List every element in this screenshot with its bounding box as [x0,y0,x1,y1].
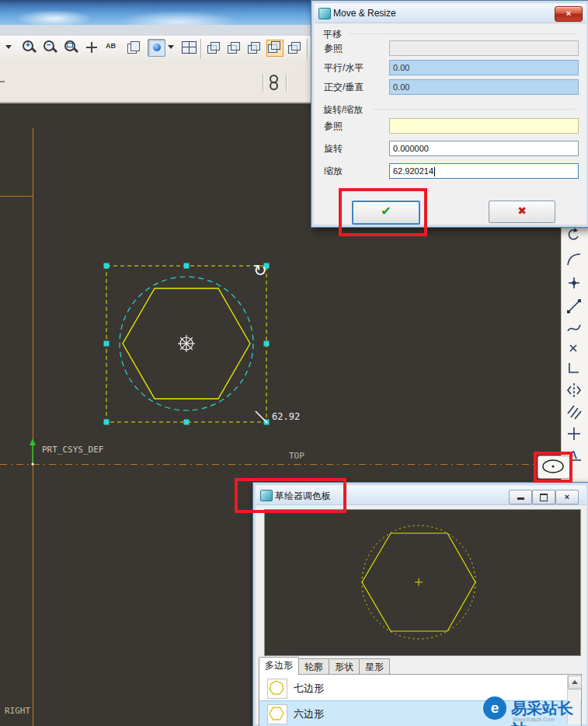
vertical-input[interactable]: 0.00 [389,79,579,95]
secondary-toolbar [0,64,311,103]
dropdown-caret-icon[interactable] [168,45,174,49]
layers-icon[interactable] [127,41,140,54]
dialog-app-icon [318,8,331,19]
right-datum-label: RIGHT [5,706,30,716]
main-toolbar: + − AB [0,36,311,65]
ellipse-tool-button[interactable] [538,455,570,479]
palette-app-icon [260,490,273,501]
app-root: PRT_CSYS_DEF TOP RIGHT 62.92 ↻ [0,0,588,726]
center-anchor-icon [178,335,195,352]
ref-label: 参照 [324,42,343,55]
close-icon: × [565,492,569,501]
check-icon: ✔ [381,204,391,218]
horizontal-label: 平行/水平 [324,61,364,75]
line-icon[interactable] [565,297,585,317]
shape-preview [264,509,581,656]
ref2-input[interactable] [389,118,579,134]
ref2-label: 参照 [324,120,343,133]
desktop-wallpaper [0,0,311,25]
cube-exploded-icon[interactable] [287,41,301,54]
x-icon: ✖ [517,204,527,217]
maximize-button[interactable] [532,490,555,504]
rotate-resize-icon[interactable] [565,227,585,247]
zoom-out-icon[interactable]: − [43,40,58,55]
cube-no-hidden-icon[interactable] [247,41,261,54]
top-datum-line [0,464,588,465]
tab-shape[interactable]: 形状 [329,658,360,675]
rotate-scale-group-label: 旋转/缩放 [323,103,363,117]
maximize-icon [540,494,548,501]
scroll-up-icon [572,680,578,684]
palette-close-button[interactable]: × [555,490,579,504]
plus-icon[interactable] [565,424,585,445]
section-outline-horizontal [0,196,33,197]
preview-center-cross [415,578,423,586]
ok-button[interactable]: ✔ [352,201,420,225]
rotate-handle-icon: ↻ [253,261,267,279]
svg-text:A: A [569,449,578,461]
zoom-in-icon[interactable]: + [22,40,37,55]
corner-icon[interactable] [565,359,585,379]
sketcher-palette-dialog: 草绘器调色板 × 多边形 轮廓 形状 星形 [252,482,588,726]
cube-hidden-line-icon[interactable] [227,41,241,54]
cube-shaded-icon[interactable] [266,40,284,57]
ref-input[interactable] [389,40,579,56]
shaded-display-toggle[interactable] [148,39,165,57]
translate-group-label: 平移 [323,28,342,41]
dropdown-caret-icon[interactable] [5,45,12,49]
scale-handle-icon [256,411,267,423]
point-icon[interactable] [565,274,585,294]
spline-points-icon[interactable] [270,75,277,89]
tab-star[interactable]: 星形 [359,658,390,675]
text-caret [434,167,435,176]
watermark-sub: Www.Easck.Com [513,717,555,722]
dialog-title: Move & Resize [333,8,396,19]
named-views-icon[interactable] [182,41,197,54]
vertical-label: 正交/垂直 [324,81,364,94]
close-icon: × [566,9,571,18]
tab-profile[interactable]: 轮廓 [298,658,329,675]
move-resize-titlebar[interactable]: Move & Resize × [315,4,586,23]
horizontal-input[interactable]: 0.00 [389,60,579,75]
rotate-label: 旋转 [324,142,343,155]
close-button[interactable]: × [555,6,583,22]
mirror-icon[interactable] [565,381,585,401]
scroll-up-button[interactable] [568,675,582,689]
watermark-badge: e [483,696,506,720]
palette-titlebar[interactable]: 草绘器调色板 × [256,486,586,505]
hatch-icon[interactable] [565,403,585,423]
move-resize-dialog: Move & Resize × 平移 参照 平行/水平 0.00 正交/垂直 0… [311,0,588,228]
heptagon-thumb [267,679,287,699]
scale-input[interactable]: 62.920214 [389,163,579,179]
selected-hexagon-sketch[interactable]: ↻ [93,253,287,435]
blue-dot-icon [153,44,161,51]
arc-icon[interactable] [565,250,585,271]
annotate-ab-icon[interactable]: AB [106,42,116,50]
refit-icon[interactable] [85,41,98,54]
zoom-window-icon[interactable] [64,40,79,55]
section-outline-vertical [33,128,33,726]
csys-label: PRT_CSYS_DEF [42,445,103,455]
palette-title: 草绘器调色板 [275,490,331,503]
spline-icon[interactable] [565,319,585,339]
rotate-input[interactable]: 0.000000 [389,141,579,156]
tab-polygon[interactable]: 多边形 [259,657,299,675]
delete-segment-icon[interactable] [565,340,585,360]
minimize-button[interactable] [509,490,532,504]
scale-label: 缩放 [324,165,343,178]
ellipse-icon [538,456,568,476]
top-datum-label: TOP [289,451,304,461]
hexagon-thumb [267,704,287,724]
cancel-button[interactable]: ✖ [489,201,555,223]
minimize-icon [517,497,524,500]
window-chrome-strip [0,25,311,37]
cube-wireframe-icon[interactable] [207,41,221,54]
list-item-heptagon[interactable]: 七边形 [259,675,581,700]
